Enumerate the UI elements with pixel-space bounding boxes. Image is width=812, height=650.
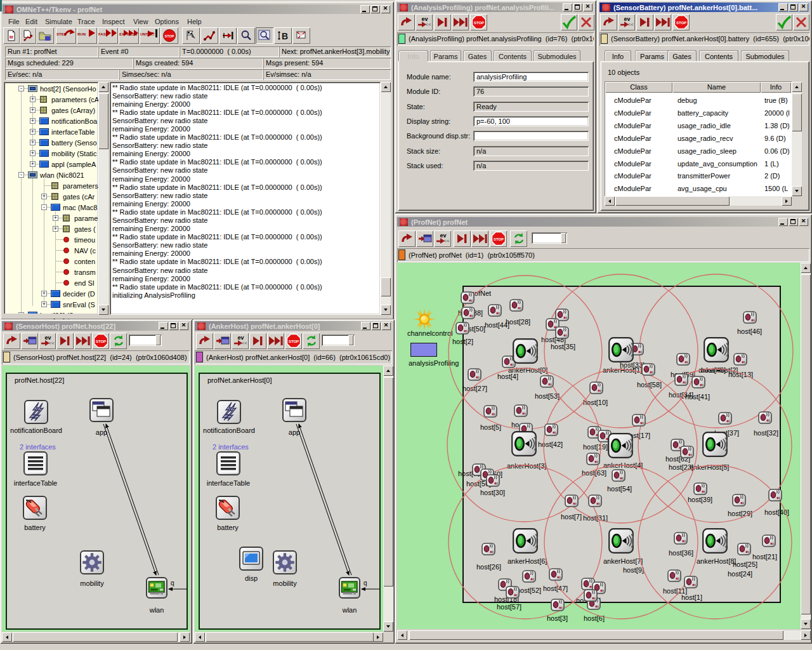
svg-text:STOP: STOP <box>165 34 174 38</box>
svg-text:STOP: STOP <box>288 340 298 343</box>
svg-text:B: B <box>282 31 288 41</box>
svg-text:STOP: STOP <box>473 21 483 25</box>
svg-text:STOP: STOP <box>95 340 105 343</box>
svg-text:STOP: STOP <box>493 237 503 241</box>
svg-text:STOP: STOP <box>676 21 686 25</box>
